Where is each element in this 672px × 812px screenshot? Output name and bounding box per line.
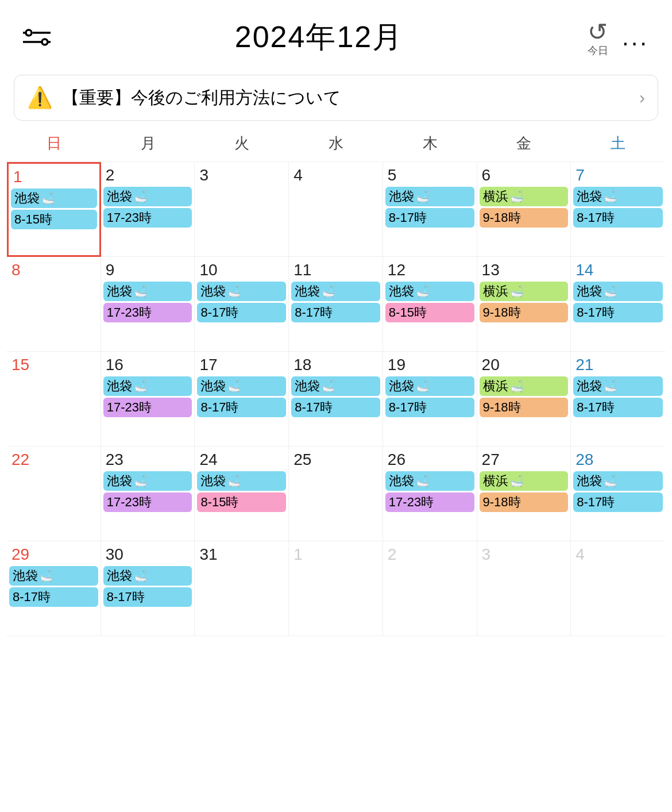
day-cell[interactable]: 19池袋 🛁8-17時 — [383, 352, 477, 447]
day-cell[interactable]: 1池袋 🛁8-15時 — [7, 162, 101, 257]
day-cell[interactable]: 17池袋 🛁8-17時 — [195, 352, 289, 447]
day-cell[interactable]: 22 — [7, 447, 101, 541]
time-block: 8-17時 — [197, 398, 286, 417]
event-block-ikebukuro[interactable]: 池袋 🛁 — [385, 282, 474, 301]
day-cell[interactable]: 2池袋 🛁17-23時 — [101, 162, 195, 257]
event-block-yokohama[interactable]: 横浜 🛁 — [480, 282, 569, 301]
time-block: 8-17時 — [573, 208, 663, 228]
event-block-ikebukuro[interactable]: 池袋 🛁 — [103, 282, 192, 301]
time-block: 17-23時 — [103, 398, 192, 417]
header-right: ↺ 今日 ... — [588, 18, 649, 57]
day-cell[interactable]: 27横浜 🛁9-18時 — [477, 447, 571, 541]
event-block-yokohama[interactable]: 横浜 🛁 — [480, 471, 569, 491]
day-cell[interactable]: 31 — [195, 541, 289, 636]
day-number: 1 — [11, 167, 97, 187]
event-block-ikebukuro[interactable]: 池袋 🛁 — [103, 471, 192, 491]
today-button[interactable]: ↺ 今日 — [588, 18, 608, 57]
event-block-yokohama[interactable]: 横浜 🛁 — [480, 376, 569, 396]
header: 2024年12月 ↺ 今日 ... — [0, 0, 672, 69]
day-cell[interactable]: 10池袋 🛁8-17時 — [195, 257, 289, 352]
day-number: 11 — [291, 260, 380, 280]
day-number: 14 — [573, 260, 663, 280]
day-cell[interactable]: 12池袋 🛁8-15時 — [383, 257, 477, 352]
event-block-ikebukuro[interactable]: 池袋 🛁 — [385, 471, 474, 491]
event-block-ikebukuro[interactable]: 池袋 🛁 — [385, 187, 474, 206]
event-block-ikebukuro[interactable]: 池袋 🛁 — [573, 471, 663, 491]
event-block-ikebukuro[interactable]: 池袋 🛁 — [573, 282, 663, 301]
day-number: 5 — [385, 166, 474, 185]
day-cell[interactable]: 7池袋 🛁8-17時 — [571, 162, 665, 257]
day-number: 25 — [291, 450, 380, 470]
time-block: 8-17時 — [103, 587, 192, 607]
day-number: 31 — [197, 545, 286, 564]
time-block: 8-17時 — [385, 398, 474, 417]
more-button[interactable]: ... — [622, 24, 649, 51]
day-cell[interactable]: 3 — [477, 541, 571, 636]
day-number: 24 — [197, 450, 286, 470]
day-cell[interactable]: 21池袋 🛁8-17時 — [571, 352, 665, 447]
day-header-thu: 木 — [383, 130, 477, 157]
time-block: 8-15時 — [197, 492, 286, 512]
event-block-ikebukuro[interactable]: 池袋 🛁 — [385, 376, 474, 396]
day-cell[interactable]: 11池袋 🛁8-17時 — [289, 257, 383, 352]
day-cell[interactable]: 16池袋 🛁17-23時 — [101, 352, 195, 447]
event-block-ikebukuro[interactable]: 池袋 🛁 — [197, 471, 286, 491]
day-cell[interactable]: 25 — [289, 447, 383, 541]
event-block-ikebukuro[interactable]: 池袋 🛁 — [197, 376, 286, 396]
time-block: 8-17時 — [385, 208, 474, 228]
event-block-ikebukuro[interactable]: 池袋 🛁 — [197, 282, 286, 301]
day-number: 28 — [573, 450, 663, 470]
event-block-ikebukuro[interactable]: 池袋 🛁 — [11, 188, 97, 208]
day-cell[interactable]: 28池袋 🛁8-17時 — [571, 447, 665, 541]
time-block: 9-18時 — [480, 398, 569, 417]
day-cell[interactable]: 14池袋 🛁8-17時 — [571, 257, 665, 352]
day-header-tue: 火 — [195, 130, 289, 157]
day-number: 1 — [291, 545, 380, 564]
day-cell[interactable]: 9池袋 🛁17-23時 — [101, 257, 195, 352]
day-cell[interactable]: 6横浜 🛁9-18時 — [477, 162, 571, 257]
day-cell[interactable]: 13横浜 🛁9-18時 — [477, 257, 571, 352]
warning-icon: ⚠️ — [27, 86, 53, 110]
day-cell[interactable]: 18池袋 🛁8-17時 — [289, 352, 383, 447]
day-number: 15 — [9, 355, 98, 375]
day-cell[interactable]: 26池袋 🛁17-23時 — [383, 447, 477, 541]
event-block-ikebukuro[interactable]: 池袋 🛁 — [573, 376, 663, 396]
filter-icon[interactable] — [23, 26, 51, 49]
day-number: 3 — [480, 545, 569, 564]
day-number: 3 — [197, 166, 286, 185]
day-header-sun: 日 — [7, 130, 101, 157]
day-cell[interactable]: 2 — [383, 541, 477, 636]
day-cell[interactable]: 23池袋 🛁17-23時 — [101, 447, 195, 541]
day-cell[interactable]: 8 — [7, 257, 101, 352]
event-block-ikebukuro[interactable]: 池袋 🛁 — [291, 282, 380, 301]
day-cell[interactable]: 1 — [289, 541, 383, 636]
event-block-ikebukuro[interactable]: 池袋 🛁 — [291, 376, 380, 396]
time-block: 17-23時 — [103, 208, 192, 228]
day-number: 8 — [9, 260, 98, 280]
day-header-sat: 土 — [571, 130, 665, 157]
event-block-ikebukuro[interactable]: 池袋 🛁 — [103, 187, 192, 206]
day-number: 4 — [291, 166, 380, 185]
day-header-mon: 月 — [101, 130, 195, 157]
day-cell[interactable]: 20横浜 🛁9-18時 — [477, 352, 571, 447]
day-cell[interactable]: 5池袋 🛁8-17時 — [383, 162, 477, 257]
day-number: 7 — [573, 166, 663, 185]
day-cell[interactable]: 4 — [571, 541, 665, 636]
day-cell[interactable]: 15 — [7, 352, 101, 447]
calendar: 日 月 火 水 木 金 土 1池袋 🛁8-15時2池袋 🛁17-23時345池袋… — [0, 130, 672, 636]
day-cell[interactable]: 24池袋 🛁8-15時 — [195, 447, 289, 541]
day-cell[interactable]: 29池袋 🛁8-17時 — [7, 541, 101, 636]
announcement-left: ⚠️ 【重要】今後のご利用方法について — [27, 86, 341, 110]
announcement-banner[interactable]: ⚠️ 【重要】今後のご利用方法について › — [14, 75, 658, 121]
day-number: 9 — [103, 260, 192, 280]
day-number: 20 — [480, 355, 569, 375]
event-block-ikebukuro[interactable]: 池袋 🛁 — [573, 187, 663, 206]
event-block-ikebukuro[interactable]: 池袋 🛁 — [103, 566, 192, 586]
day-cell[interactable]: 30池袋 🛁8-17時 — [101, 541, 195, 636]
day-cell[interactable]: 4 — [289, 162, 383, 257]
event-block-yokohama[interactable]: 横浜 🛁 — [480, 187, 569, 206]
day-header-fri: 金 — [477, 130, 571, 157]
event-block-ikebukuro[interactable]: 池袋 🛁 — [9, 566, 98, 586]
event-block-ikebukuro[interactable]: 池袋 🛁 — [103, 376, 192, 396]
day-cell[interactable]: 3 — [195, 162, 289, 257]
